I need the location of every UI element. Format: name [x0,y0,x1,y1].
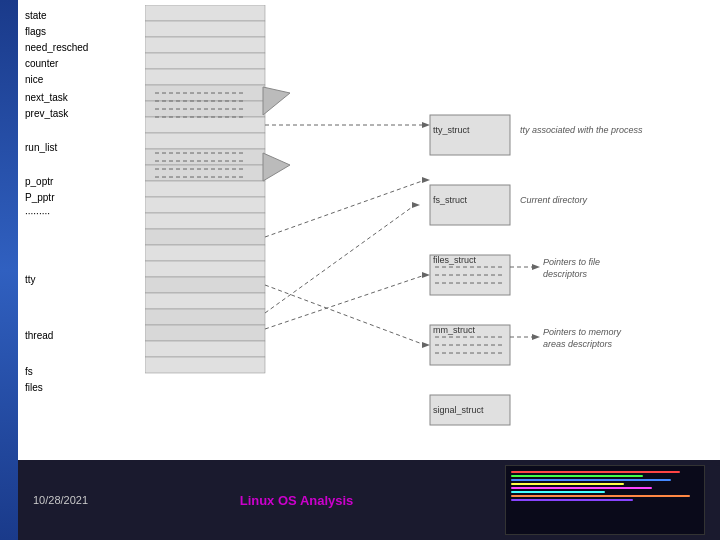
svg-rect-19 [145,309,265,325]
field-counter: counter [25,56,88,72]
svg-text:signal_struct: signal_struct [433,405,484,415]
svg-rect-9 [145,149,265,165]
svg-text:Pointers to memory: Pointers to memory [543,327,622,337]
svg-text:Current directory: Current directory [520,195,588,205]
svg-rect-14 [145,229,265,245]
field-labels: state flags need_resched counter nice ne… [25,8,88,396]
field-thread: thread [25,328,88,344]
svg-rect-8 [145,133,265,149]
svg-text:files_struct: files_struct [433,255,477,265]
field-nice: nice [25,72,88,88]
svg-marker-27 [263,87,290,115]
svg-rect-3 [145,53,265,69]
svg-rect-4 [145,69,265,85]
field-flags: flags [25,24,88,40]
diagram-svg: tty_struct tty associated with the proce… [145,5,720,455]
svg-rect-5 [145,85,265,101]
field-tty: tty [25,272,88,288]
svg-rect-17 [145,277,265,293]
field-fs: fs [25,364,88,380]
svg-rect-18 [145,293,265,309]
svg-marker-32 [263,153,290,181]
svg-rect-45 [430,255,510,295]
field-state: state [25,8,88,24]
svg-marker-66 [422,342,430,348]
svg-rect-0 [145,5,265,21]
field-need-resched: need_resched [25,40,88,56]
left-accent-bar [0,0,18,540]
svg-text:mm_struct: mm_struct [433,325,476,335]
svg-rect-22 [145,357,265,373]
field-p-optr: p_optr [25,174,88,190]
field-next-task: next_task [25,90,88,106]
svg-line-43 [265,205,415,313]
svg-rect-7 [145,117,265,133]
svg-line-54 [265,275,425,329]
svg-rect-11 [145,181,265,197]
svg-rect-15 [145,245,265,261]
svg-text:tty associated with the proces: tty associated with the process [520,125,643,135]
field-files: files [25,380,88,396]
svg-rect-1 [145,21,265,37]
field-run-list: run_list [25,140,88,156]
svg-text:fs_struct: fs_struct [433,195,468,205]
svg-marker-51 [532,264,540,270]
svg-text:tty_struct: tty_struct [433,125,470,135]
svg-line-65 [265,285,425,345]
svg-rect-12 [145,197,265,213]
svg-text:areas descriptors: areas descriptors [543,339,613,349]
svg-rect-21 [145,341,265,357]
footer: 10/28/2021 Linux OS Analysis [18,460,720,540]
svg-marker-55 [422,272,430,278]
svg-rect-6 [145,101,265,117]
svg-text:Pointers to file: Pointers to file [543,257,600,267]
svg-rect-37 [430,115,510,155]
svg-rect-16 [145,261,265,277]
svg-rect-40 [430,185,510,225]
svg-rect-10 [145,165,265,181]
svg-rect-2 [145,37,265,53]
svg-text:descriptors: descriptors [543,269,588,279]
svg-rect-67 [430,395,510,425]
field-prev-task: prev_task [25,106,88,122]
svg-line-35 [265,180,425,237]
svg-marker-44 [412,202,420,208]
field-p-pptr: P_pptr [25,190,88,206]
svg-rect-20 [145,325,265,341]
footer-title: Linux OS Analysis [240,493,354,508]
footer-visualization [505,465,705,535]
svg-marker-62 [532,334,540,340]
svg-rect-56 [430,325,510,365]
field-ellipsis: ········· [25,206,88,222]
svg-marker-36 [422,177,430,183]
footer-date: 10/28/2021 [33,494,88,506]
svg-rect-13 [145,213,265,229]
svg-marker-34 [422,122,430,128]
